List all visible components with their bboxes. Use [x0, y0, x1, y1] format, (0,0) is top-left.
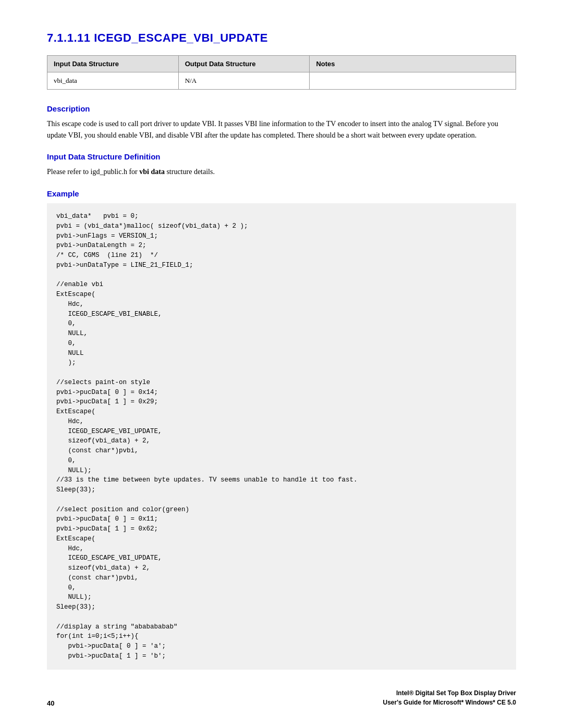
- table-cell-notes: [310, 72, 516, 90]
- example-heading: Example: [47, 189, 516, 198]
- page: 7.1.1.11 ICEGD_ESCAPE_VBI_UPDATE Input D…: [0, 0, 563, 728]
- footer-title-line1: Intel® Digital Set Top Box Display Drive…: [383, 688, 516, 698]
- input-def-heading: Input Data Structure Definition: [47, 152, 516, 161]
- input-def-bold: vbi data: [139, 168, 165, 176]
- table-header-notes: Notes: [310, 56, 516, 72]
- page-footer: 40 Intel® Digital Set Top Box Display Dr…: [47, 688, 516, 707]
- section-title: 7.1.1.11 ICEGD_ESCAPE_VBI_UPDATE: [47, 31, 516, 45]
- description-heading: Description: [47, 104, 516, 113]
- footer-title-line2: User's Guide for Microsoft* Windows* CE …: [383, 698, 516, 707]
- input-def-text-before: Please refer to igd_public.h for: [47, 168, 139, 176]
- footer-title: Intel® Digital Set Top Box Display Drive…: [383, 688, 516, 707]
- table-header-output: Output Data Structure: [178, 56, 310, 72]
- description-text: This escape code is used to call port dr…: [47, 118, 516, 141]
- data-table: Input Data Structure Output Data Structu…: [47, 55, 516, 90]
- footer-page-number: 40: [47, 699, 54, 707]
- input-def-text-after: structure details.: [165, 168, 215, 176]
- table-row: vbi_data N/A: [47, 72, 516, 90]
- table-header-input: Input Data Structure: [47, 56, 179, 72]
- code-block: vbi_data* pvbi = 0; pvbi = (vbi_data*)ma…: [47, 203, 516, 670]
- table-cell-input: vbi_data: [47, 72, 179, 90]
- input-def-text: Please refer to igd_public.h for vbi dat…: [47, 166, 516, 178]
- table-cell-output: N/A: [178, 72, 310, 90]
